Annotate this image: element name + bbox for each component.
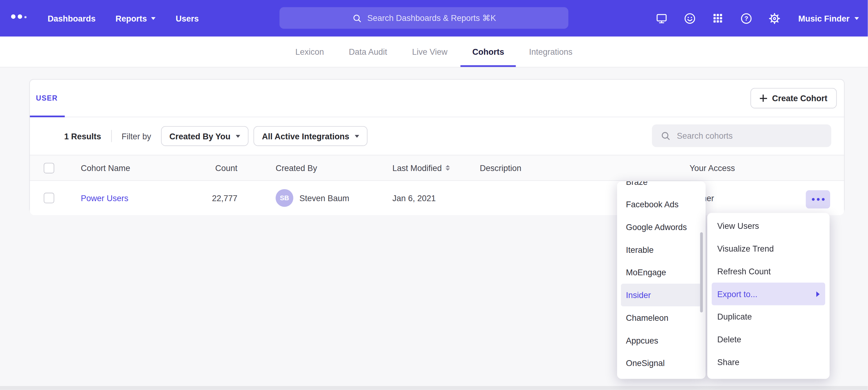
integrations-filter[interactable]: All Active Integrations (254, 126, 368, 146)
menu-item-delete[interactable]: Delete (707, 328, 830, 351)
select-all-checkbox[interactable] (44, 163, 54, 173)
submenu-item-moengage[interactable]: MoEngage (617, 261, 706, 284)
logo-dots[interactable] (11, 14, 27, 19)
last-modified-cell: Jan 6, 2021 (393, 193, 436, 203)
nav-reports-label: Reports (116, 13, 147, 23)
logo-dot (11, 14, 16, 19)
menu-item-visualize-trend[interactable]: Visualize Trend (707, 237, 830, 260)
column-created-by[interactable]: Created By (276, 163, 317, 172)
project-switcher[interactable]: Music Finder (799, 13, 859, 23)
chevron-down-icon (355, 135, 359, 137)
top-nav: Dashboards Reports Users Search Dashboar… (0, 0, 868, 37)
filter-toolbar: 1 Results Filter by Created By You All A… (30, 117, 844, 155)
row-context-menu: View Users Visualize Trend Refresh Count… (707, 213, 830, 379)
data-management-icon[interactable] (655, 12, 668, 25)
section-tabs: Lexicon Data Audit Live View Cohorts Int… (0, 37, 868, 68)
dot (816, 198, 819, 201)
primary-nav: Dashboards Reports Users (48, 0, 199, 37)
column-last-modified[interactable]: Last Modified (393, 163, 450, 172)
submenu-item-google-adwords[interactable]: Google Adwords (617, 216, 706, 238)
menu-item-refresh-count[interactable]: Refresh Count (707, 260, 830, 283)
chevron-down-icon (151, 17, 156, 20)
filter-by-label: Filter by (122, 131, 151, 141)
submenu-item-chameleon[interactable]: Chameleon (617, 306, 706, 329)
nav-users[interactable]: Users (176, 13, 199, 23)
tab-cohorts[interactable]: Cohorts (472, 37, 504, 67)
chevron-down-icon (855, 17, 859, 20)
submenu-item-iterable[interactable]: Iterable (617, 238, 706, 261)
feedback-icon[interactable] (683, 12, 696, 25)
scrollbar-thumb[interactable] (700, 232, 703, 313)
search-icon (352, 13, 362, 23)
created-by-name: Steven Baum (300, 193, 349, 203)
export-submenu: Braze Facebook Ads Google Adwords Iterab… (617, 182, 706, 379)
nav-dashboards-label: Dashboards (48, 13, 96, 23)
menu-item-view-users[interactable]: View Users (707, 215, 830, 237)
logo-dot (18, 14, 22, 19)
project-name: Music Finder (799, 13, 849, 23)
search-icon (660, 130, 671, 141)
avatar: SB (276, 189, 293, 207)
nav-users-label: Users (176, 13, 199, 23)
tab-live-view[interactable]: Live View (412, 37, 447, 67)
column-your-access[interactable]: Your Access (689, 163, 735, 172)
column-count[interactable]: Count (185, 163, 238, 172)
created-by-filter[interactable]: Created By You (161, 126, 249, 146)
menu-item-share[interactable]: Share (707, 351, 830, 373)
app-window: Dashboards Reports Users Search Dashboar… (0, 0, 868, 390)
create-cohort-label: Create Cohort (772, 94, 827, 103)
cohort-search-input[interactable]: Search cohorts (652, 125, 831, 147)
global-search-placeholder: Search Dashboards & Reports ⌘K (367, 13, 496, 23)
create-cohort-button[interactable]: Create Cohort (750, 88, 837, 108)
global-search-input[interactable]: Search Dashboards & Reports ⌘K (279, 7, 568, 29)
submenu-item-appcues[interactable]: Appcues (617, 329, 706, 352)
settings-gear-icon[interactable] (768, 12, 781, 25)
submenu-item-braze[interactable]: Braze (617, 182, 706, 193)
submenu-item-onesignal[interactable]: OneSignal (617, 352, 706, 375)
nav-reports[interactable]: Reports (116, 13, 156, 23)
results-count: 1 Results (64, 131, 101, 141)
sort-icon[interactable] (446, 165, 450, 171)
cohort-name-link[interactable]: Power Users (81, 193, 128, 203)
cohort-type-tabs: USER Create Cohort (30, 80, 844, 117)
created-by-cell: SB Steven Baum (276, 189, 349, 207)
dot (822, 198, 824, 201)
chevron-down-icon (236, 135, 240, 137)
menu-item-duplicate[interactable]: Duplicate (707, 305, 830, 328)
tab-lexicon[interactable]: Lexicon (295, 37, 324, 67)
export-submenu-list: Braze Facebook Ads Google Adwords Iterab… (617, 182, 706, 375)
cohorts-card: USER Create Cohort 1 Results Filter by C… (29, 79, 844, 213)
help-icon[interactable]: ? (740, 12, 753, 25)
svg-text:?: ? (744, 15, 748, 22)
tab-data-audit[interactable]: Data Audit (349, 37, 387, 67)
submenu-item-insider[interactable]: Insider (621, 284, 702, 306)
nav-utilities: ? Music Finder (655, 0, 859, 37)
logo-dot (24, 16, 27, 18)
cohort-count: 22,777 (185, 193, 238, 203)
table-row: Power Users 22,777 SB Steven Baum Jan 6,… (30, 181, 844, 215)
plus-icon (760, 94, 767, 101)
nav-dashboards[interactable]: Dashboards (48, 13, 96, 23)
bottom-edge (0, 386, 868, 390)
row-checkbox[interactable] (44, 193, 54, 203)
divider (111, 130, 112, 142)
menu-item-export-to[interactable]: Export to... (712, 283, 825, 305)
row-actions-button[interactable] (806, 190, 830, 208)
tab-integrations[interactable]: Integrations (529, 37, 572, 67)
column-cohort-name[interactable]: Cohort Name (81, 163, 130, 172)
apps-grid-icon[interactable] (711, 12, 724, 25)
cohort-search-placeholder: Search cohorts (677, 131, 733, 140)
submenu-arrow-icon (816, 291, 820, 297)
table-header: Cohort Name Count Created By Last Modifi… (30, 155, 844, 181)
submenu-item-facebook-ads[interactable]: Facebook Ads (617, 193, 706, 216)
column-description[interactable]: Description (480, 163, 521, 172)
dot (812, 198, 814, 201)
tab-user[interactable]: USER (36, 94, 58, 102)
